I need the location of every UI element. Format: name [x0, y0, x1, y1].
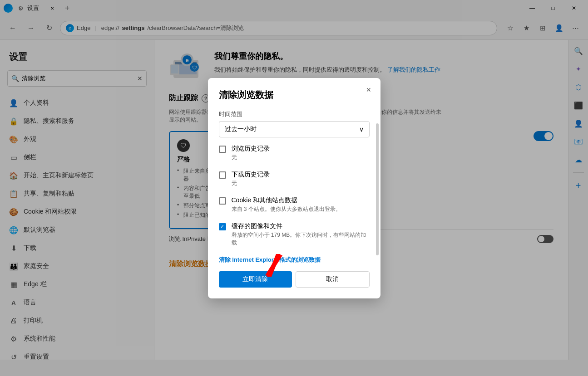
item-title: 下载历史记录	[232, 171, 270, 179]
cookies-text: Cookie 和其他站点数据 来自 3 个站点。使你从大多数站点退出登录。	[232, 196, 341, 213]
item-title: 缓存的图像和文件	[232, 222, 370, 230]
dialog-item-cache: 缓存的图像和文件 释放的空间小于 179 MB。你下次访问时，有些网站的加载	[219, 222, 370, 249]
download-history-checkbox[interactable]	[219, 171, 226, 179]
dialog-title: 清除浏览数据	[219, 89, 370, 101]
dialog-item-download-history: 下载历史记录 无	[219, 171, 370, 189]
dialog-item-cookies: Cookie 和其他站点数据 来自 3 个站点。使你从大多数站点退出登录。	[219, 196, 370, 215]
cookies-checkbox[interactable]	[219, 197, 226, 205]
ie-link-suffix: 格式的浏览数据	[279, 256, 321, 263]
dialog-actions: 立即清除 取消	[219, 271, 370, 288]
dialog-item-browsing-history: 浏览历史记录 无	[219, 145, 370, 163]
item-subtitle: 无	[232, 154, 270, 161]
cancel-button[interactable]: 取消	[296, 271, 370, 288]
time-range-value: 过去一小时	[225, 125, 257, 133]
browsing-history-checkbox[interactable]	[219, 146, 226, 153]
dialog-overlay: 清除浏览数据 ✕ 时间范围 过去一小时 ∨ 浏览历史记录 无 下载历史记录 无	[0, 0, 588, 376]
browsing-history-text: 浏览历史记录 无	[232, 145, 270, 161]
download-history-text: 下载历史记录 无	[232, 171, 270, 187]
ie-link-bold: Internet Explorer	[232, 256, 279, 263]
clear-now-button[interactable]: 立即清除	[219, 271, 292, 288]
ie-link-prefix: 清除	[219, 256, 232, 263]
ie-data-link[interactable]: 清除 Internet Explorer格式的浏览数据	[219, 256, 370, 264]
item-subtitle: 来自 3 个站点。使你从大多数站点退出登录。	[232, 205, 341, 213]
item-subtitle: 无	[232, 180, 270, 187]
item-title: Cookie 和其他站点数据	[232, 196, 341, 205]
dropdown-icon: ∨	[359, 126, 364, 133]
time-range-select[interactable]: 过去一小时 ∨	[219, 121, 370, 137]
cache-checkbox[interactable]	[219, 223, 226, 230]
item-subtitle: 释放的空间小于 179 MB。你下次访问时，有些网站的加载	[232, 231, 370, 247]
cache-text: 缓存的图像和文件 释放的空间小于 179 MB。你下次访问时，有些网站的加载	[232, 222, 370, 247]
time-range-label: 时间范围	[219, 110, 370, 118]
dialog-close-button[interactable]: ✕	[362, 83, 375, 96]
dialog-scrollbar[interactable]	[376, 123, 379, 256]
clear-browsing-dialog: 清除浏览数据 ✕ 时间范围 过去一小时 ∨ 浏览历史记录 无 下载历史记录 无	[208, 78, 380, 298]
item-title: 浏览历史记录	[232, 145, 270, 153]
